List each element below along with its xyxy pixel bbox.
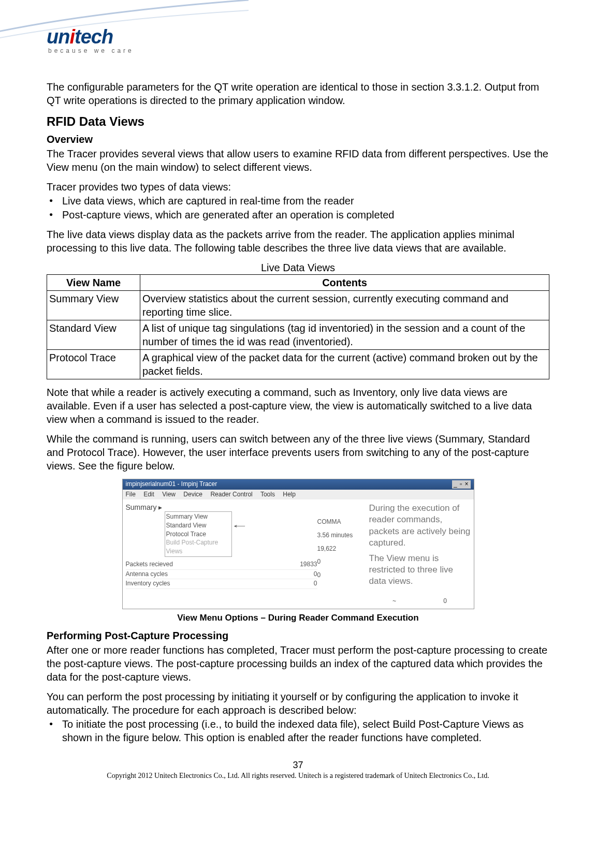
annotation-text: The View menu is restricted to three liv…: [369, 553, 471, 587]
menu-item: Help: [283, 491, 296, 498]
menu-item: Reader Control: [210, 491, 252, 498]
note-paragraph: Note that while a reader is actively exe…: [47, 386, 549, 426]
table-header: Contents: [140, 275, 549, 291]
table-caption: Live Data Views: [47, 261, 549, 274]
window-title: impinjserialnum01 - Impinj Tracer: [126, 480, 217, 489]
menu-item: View: [162, 491, 176, 498]
figure-screenshot: impinjserialnum01 - Impinj Tracer _ ▫ × …: [122, 479, 474, 609]
stat-row: Antenna cycles0: [126, 570, 317, 580]
table-row: Protocol Trace A graphical view of the p…: [47, 350, 549, 379]
live-paragraph: The live data views display data as the …: [47, 228, 549, 255]
logo-tagline: because we care: [48, 47, 549, 54]
live-views-table: View Name Contents Summary View Overview…: [47, 274, 549, 379]
postprocess-paragraph: You can perform the post processing by i…: [47, 690, 549, 717]
list-item: Post-capture views, which are generated …: [47, 208, 549, 222]
logo: unitech because we care: [47, 21, 549, 54]
types-list: Live data views, which are captured in r…: [47, 194, 549, 222]
table-row: Summary View Overview statistics about t…: [47, 291, 549, 320]
section-heading: RFID Data Views: [47, 113, 549, 129]
overview-text: The Tracer provides several views that a…: [47, 147, 549, 174]
table-row: Standard View A list of unique tag singu…: [47, 320, 549, 350]
postcapture-heading: Performing Post-Capture Processing: [47, 629, 549, 642]
arrow-icon: ←: [230, 520, 249, 532]
view-dropdown: Summary View Standard View Protocol Trac…: [165, 511, 232, 557]
list-item: To initiate the post processing (i.e., t…: [47, 717, 549, 744]
logo-wordmark: unitech: [47, 26, 549, 48]
dropdown-item: Protocol Trace: [166, 530, 230, 539]
dropdown-item-disabled: Build Post-Capture Views: [166, 538, 230, 556]
center-column: COMMA 3.56 minutes 19,622 0 0: [317, 503, 364, 605]
while-paragraph: While the command is running, users can …: [47, 432, 549, 473]
menu-item: Edit: [143, 491, 154, 498]
window-titlebar: impinjserialnum01 - Impinj Tracer _ ▫ ×: [123, 479, 474, 490]
intro-paragraph: The configurable parameters for the QT w…: [47, 80, 549, 107]
table-header: View Name: [47, 275, 140, 291]
annotation-text: During the execution of reader commands,…: [369, 503, 471, 548]
dropdown-item: Summary View: [166, 512, 230, 521]
copyright-text: Copyright 2012 Unitech Electronics Co., …: [47, 772, 549, 780]
types-intro: Tracer provides two types of data views:: [47, 180, 549, 194]
window-controls: _ ▫ ×: [452, 480, 471, 489]
active-tab-label: Summary ▸: [126, 503, 163, 511]
list-item: Live data views, which are captured in r…: [47, 194, 549, 208]
dropdown-item: Standard View: [166, 521, 230, 530]
stat-row: Inventory cycles0: [126, 579, 317, 589]
figure-caption: View Menu Options – During Reader Comman…: [47, 612, 549, 624]
menu-item: File: [126, 491, 136, 498]
menu-item: Tools: [260, 491, 275, 498]
postprocess-list: To initiate the post processing (i.e., t…: [47, 717, 549, 744]
stat-row: Packets recieved19833: [126, 560, 317, 570]
overview-heading: Overview: [47, 133, 549, 146]
menu-item: Device: [183, 491, 202, 498]
page-number: 37: [47, 760, 549, 771]
postcapture-text: After one or more reader functions has c…: [47, 643, 549, 684]
window-menubar: File Edit View Device Reader Control Too…: [123, 490, 474, 500]
